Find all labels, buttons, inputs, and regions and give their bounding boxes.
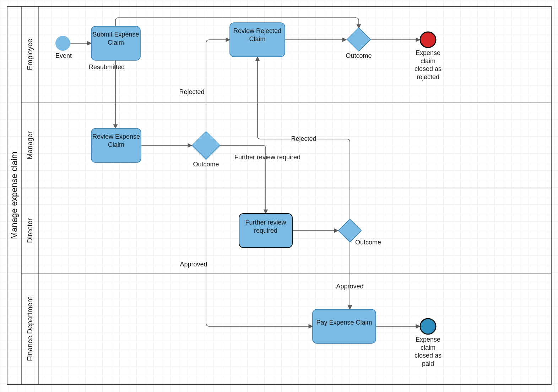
gateway-manager-label: Outcome [188,160,224,169]
gateway-employee-label: Outcome [341,52,376,60]
svg-rect-5 [347,28,370,51]
svg-rect-6 [192,131,220,159]
edge-label-rejected-mgr: Rejected [174,88,210,96]
pool-title: Manage expense claim [7,6,21,385]
edge-outcome1-rejected [206,40,230,131]
lane-title-finance: Finance Department [21,273,38,385]
gateway-director-label: Outcome [355,238,391,247]
start-event-label: Event [50,52,77,60]
end-paid-label: Expense claim closed as paid [412,336,444,368]
task-review-rejected-label: Review Rejected Claim [230,27,285,43]
end-event-rejected[interactable] [420,32,436,48]
task-further-review-label: Further review required [239,219,292,234]
lane-title-manager: Manager [21,103,38,188]
end-rejected-label: Expense claim closed as rejected [412,49,444,81]
edge-label-rejected-dir: Rejected [284,135,323,143]
gateway-manager-outcome[interactable] [192,131,220,159]
diagram-svg [0,0,558,392]
start-event[interactable] [55,36,70,51]
gateway-employee-outcome[interactable] [347,28,370,51]
task-pay-label: Pay Expense Claim [313,319,376,327]
lane-title-employee: Employee [21,6,38,103]
edge-label-further: Further review required [234,153,320,161]
end-event-paid[interactable] [420,319,436,334]
task-review-expense-label: Review Expense Claim [91,133,141,149]
edge-label-resubmitted: Resubmitted [89,63,142,71]
edge-label-approved-mgr: Approved [174,260,213,269]
task-submit-label: Submit Expense Claim [91,31,140,46]
lane-title-director: Director [21,188,38,273]
edge-label-approved-dir: Approved [327,282,373,291]
